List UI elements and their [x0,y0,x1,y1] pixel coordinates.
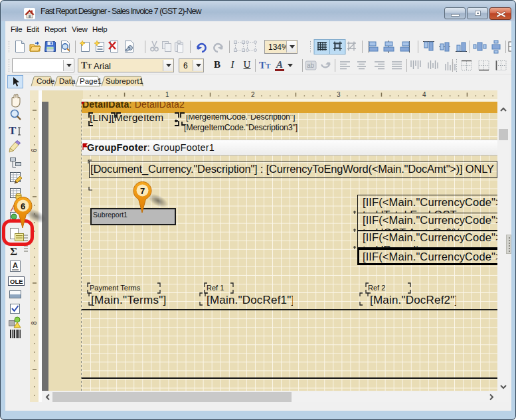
svg-text:OLE: OLE [10,278,23,285]
svg-text:8: 8 [31,321,38,325]
svg-text:A: A [10,203,17,213]
svg-text:Code: Code [37,77,55,85]
svg-text:Subreport1: Subreport1 [106,77,143,85]
svg-text:Data: Data [59,77,76,85]
svg-text:T: T [9,124,17,137]
svg-text:Σ: Σ [10,245,17,258]
svg-text:ab: ab [307,62,315,69]
svg-text:T: T [259,60,266,70]
svg-text:A: A [276,59,283,70]
svg-text:Page1: Page1 [80,77,102,85]
svg-text:6: 6 [31,148,38,152]
svg-text:T: T [266,62,271,70]
svg-text:A: A [13,261,18,269]
